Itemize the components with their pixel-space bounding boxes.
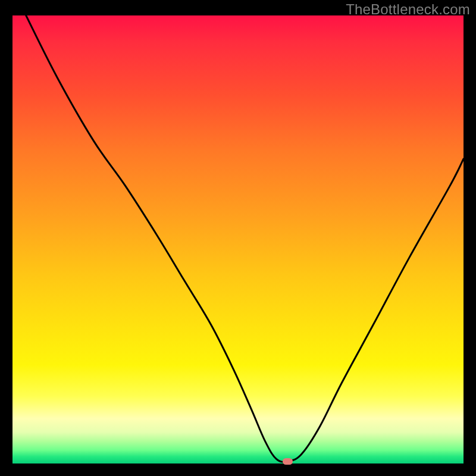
optimal-point-marker [283, 458, 293, 465]
chart-frame: TheBottleneck.com [0, 0, 476, 476]
plot-area [12, 15, 464, 464]
bottleneck-curve [12, 15, 464, 464]
